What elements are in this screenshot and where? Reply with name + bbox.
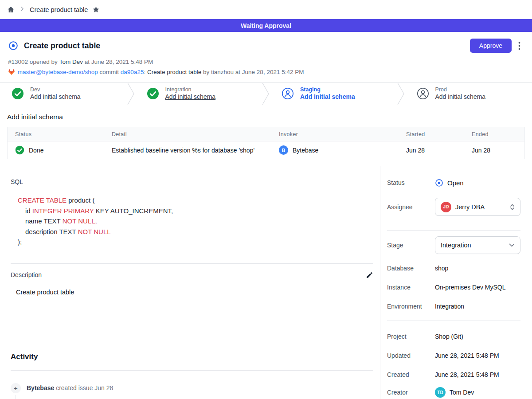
vcs-commit-word: commit	[100, 69, 119, 75]
sql-keyword: NOT NULL	[78, 228, 111, 235]
stage-select[interactable]: Integration	[435, 236, 520, 254]
done-check-icon	[15, 145, 24, 155]
page-title: Create product table	[24, 41, 100, 51]
creator-label: Creator	[387, 389, 435, 396]
stage-separator	[397, 83, 405, 104]
assignee-avatar: JD	[441, 202, 451, 212]
task-started-text: Jun 28	[399, 147, 464, 154]
instance-row: Instance On-premises Dev MySQL	[387, 283, 520, 292]
stage-name: Dev	[30, 86, 81, 93]
description-label: Description	[11, 271, 42, 278]
activity-title: Activity	[11, 352, 380, 361]
sql-text: description TEXT	[25, 228, 78, 235]
stage-prod[interactable]: Prod Add initial schema	[405, 83, 532, 104]
task-ended-text: Jun 28	[464, 147, 524, 154]
bookmark-star-icon[interactable]	[92, 6, 100, 13]
activity-text: created issue Jun 28	[56, 384, 113, 391]
stage-separator	[127, 83, 135, 104]
stage-integration[interactable]: Integration Add initial schema	[135, 83, 262, 104]
sql-statement: CREATE TABLE product ( id INTEGER PRIMAR…	[18, 195, 380, 247]
approve-button[interactable]: Approve	[470, 39, 512, 53]
app-window: Create product table Waiting Approval Cr…	[0, 0, 532, 399]
vcs-commit-line: master@bytebase-demo/shop commit da90a25…	[8, 69, 525, 77]
activity-author: Bytebase	[27, 384, 54, 391]
issue-open-icon	[8, 41, 18, 51]
issue-author: Tom Dev	[59, 59, 83, 65]
stage-name: Staging	[300, 86, 355, 93]
database-value: shop	[435, 265, 448, 272]
vcs-colon: :	[144, 69, 145, 75]
divider	[11, 263, 373, 264]
environment-value: Integration	[435, 303, 464, 310]
person-circle-icon	[417, 87, 429, 100]
creator-avatar: TD	[435, 387, 446, 398]
issue-detail-panel: SQL CREATE TABLE product ( id INTEGER PR…	[0, 166, 380, 399]
status-banner: Waiting Approval	[0, 19, 532, 32]
creator-value: Tom Dev	[450, 389, 474, 396]
task-detail-text: Established baseline version %s for data…	[104, 147, 271, 154]
assignee-label: Assignee	[387, 203, 435, 211]
task-invoker-text: Bytebase	[293, 147, 318, 154]
stage-task: Add initial schema	[30, 93, 81, 100]
sql-keyword: CREATE TABLE	[18, 196, 66, 204]
home-icon[interactable]	[7, 6, 15, 13]
instance-label: Instance	[387, 284, 435, 291]
vcs-commit-hash-link[interactable]: da90a25	[121, 69, 144, 75]
open-radio-icon	[435, 179, 443, 187]
assignee-select[interactable]: JD Jerry DBA	[435, 198, 520, 216]
sql-keyword: NOT NULL,	[63, 217, 97, 225]
task-status-text: Done	[29, 147, 43, 154]
database-label: Database	[387, 265, 435, 272]
stage-name: Prod	[435, 86, 486, 93]
sql-text: );	[18, 238, 22, 246]
divider	[387, 321, 520, 321]
invoker-avatar: B	[279, 145, 288, 155]
vcs-branch-link[interactable]: master@bytebase-demo/shop	[18, 69, 98, 75]
stage-staging[interactable]: Staging Add initial schema	[270, 83, 397, 104]
status-label: Status	[387, 179, 435, 186]
vcs-commit-byline: by tianzhou at June 28, 2021 5:42 PM	[203, 69, 304, 75]
issue-id-opened: #13002 opened by	[8, 59, 58, 65]
col-invoker: Invoker	[271, 131, 399, 137]
description-content: Create product table	[16, 289, 380, 296]
project-row: Project Shop (Git)	[387, 332, 520, 341]
task-table-header: Status Detail Invoker Started Ended	[8, 127, 524, 141]
status-row: Status Open	[387, 178, 520, 187]
sql-keyword: INTEGER PRIMARY	[32, 207, 94, 215]
created-value: June 28, 2021 5:48 PM	[435, 371, 499, 378]
edit-pencil-icon[interactable]	[366, 271, 373, 279]
stage-name: Integration	[165, 86, 216, 93]
plus-icon: +	[11, 383, 21, 393]
issue-open-time: at June 28, 2021 5:48 PM	[85, 59, 153, 65]
check-circle-icon	[12, 87, 24, 100]
sql-text: KEY AUTO_INCREMENT,	[94, 207, 173, 215]
col-status: Status	[8, 131, 104, 137]
stage-value: Integration	[441, 242, 471, 249]
task-table: Status Detail Invoker Started Ended Done…	[7, 127, 525, 159]
stage-dev[interactable]: Dev Add initial schema	[0, 83, 127, 104]
sql-text: id	[25, 207, 32, 215]
kebab-menu-icon[interactable]	[518, 42, 520, 50]
status-value: Open	[447, 179, 464, 187]
col-detail: Detail	[104, 131, 271, 137]
stage-label: Stage	[387, 242, 435, 249]
up-down-chevron-icon	[510, 203, 515, 211]
vcs-commit-message: Create product table	[147, 69, 201, 75]
sql-text: product (	[66, 196, 94, 204]
creator-row: Creator TD Tom Dev	[387, 387, 520, 398]
stage-task: Add initial schema	[300, 93, 355, 100]
instance-value: On-premises Dev MySQL	[435, 284, 505, 291]
created-row: Created June 28, 2021 5:48 PM	[387, 370, 520, 379]
divider	[11, 370, 373, 371]
chevron-down-icon	[509, 243, 515, 247]
breadcrumb: Create product table	[0, 0, 532, 19]
assignee-value: Jerry DBA	[455, 203, 485, 211]
col-started: Started	[399, 131, 464, 137]
gitlab-icon	[8, 70, 17, 77]
person-circle-icon	[282, 87, 294, 100]
stage-task: Add initial schema	[435, 93, 486, 100]
sql-label: SQL	[11, 178, 380, 185]
breadcrumb-page-title: Create product table	[30, 6, 88, 13]
issue-sidebar: Status Open Assignee JD Jerry DBA	[380, 166, 532, 399]
status-banner-text: Waiting Approval	[241, 22, 291, 29]
